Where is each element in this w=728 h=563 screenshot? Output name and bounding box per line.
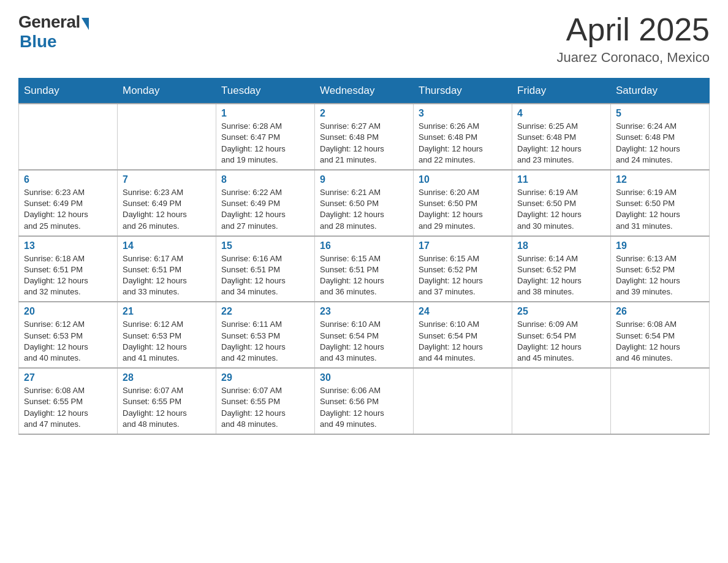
calendar-week-3: 13Sunrise: 6:18 AM Sunset: 6:51 PM Dayli… [19, 236, 710, 302]
day-number: 12 [616, 174, 704, 185]
day-number: 22 [221, 306, 309, 317]
day-number: 17 [419, 240, 507, 251]
day-number: 5 [616, 108, 704, 119]
calendar-cell: 29Sunrise: 6:07 AM Sunset: 6:55 PM Dayli… [216, 368, 315, 434]
logo-general-text: General [18, 12, 80, 32]
day-number: 3 [419, 108, 507, 119]
day-info: Sunrise: 6:07 AM Sunset: 6:55 PM Dayligh… [221, 385, 309, 430]
calendar-cell: 17Sunrise: 6:15 AM Sunset: 6:52 PM Dayli… [414, 236, 512, 302]
calendar-cell: 14Sunrise: 6:17 AM Sunset: 6:51 PM Dayli… [118, 236, 216, 302]
calendar-cell: 18Sunrise: 6:14 AM Sunset: 6:52 PM Dayli… [512, 236, 611, 302]
calendar-header-saturday: Saturday [611, 79, 710, 104]
day-number: 6 [24, 174, 112, 185]
day-number: 2 [320, 108, 408, 119]
calendar-cell: 4Sunrise: 6:25 AM Sunset: 6:48 PM Daylig… [512, 104, 611, 170]
day-number: 23 [320, 306, 408, 317]
day-number: 4 [517, 108, 605, 119]
day-number: 15 [221, 240, 309, 251]
calendar-week-4: 20Sunrise: 6:12 AM Sunset: 6:53 PM Dayli… [19, 302, 710, 368]
day-number: 27 [24, 372, 112, 383]
day-info: Sunrise: 6:28 AM Sunset: 6:47 PM Dayligh… [221, 121, 309, 166]
page-header: General Blue April 2025 Juarez Coronaco,… [18, 12, 710, 66]
calendar-cell: 23Sunrise: 6:10 AM Sunset: 6:54 PM Dayli… [315, 302, 414, 368]
day-number: 26 [616, 306, 704, 317]
day-info: Sunrise: 6:08 AM Sunset: 6:54 PM Dayligh… [616, 319, 704, 364]
day-info: Sunrise: 6:22 AM Sunset: 6:49 PM Dayligh… [221, 187, 309, 232]
day-info: Sunrise: 6:11 AM Sunset: 6:53 PM Dayligh… [221, 319, 309, 364]
day-number: 20 [24, 306, 112, 317]
day-info: Sunrise: 6:26 AM Sunset: 6:48 PM Dayligh… [419, 121, 507, 166]
day-info: Sunrise: 6:16 AM Sunset: 6:51 PM Dayligh… [221, 253, 309, 298]
day-info: Sunrise: 6:19 AM Sunset: 6:50 PM Dayligh… [517, 187, 605, 232]
day-info: Sunrise: 6:21 AM Sunset: 6:50 PM Dayligh… [320, 187, 408, 232]
day-info: Sunrise: 6:17 AM Sunset: 6:51 PM Dayligh… [123, 253, 211, 298]
day-number: 7 [123, 174, 211, 185]
calendar-cell: 12Sunrise: 6:19 AM Sunset: 6:50 PM Dayli… [611, 170, 710, 236]
calendar-cell [414, 368, 512, 434]
logo-arrow-icon [82, 18, 89, 30]
day-info: Sunrise: 6:14 AM Sunset: 6:52 PM Dayligh… [517, 253, 605, 298]
calendar-cell: 25Sunrise: 6:09 AM Sunset: 6:54 PM Dayli… [512, 302, 611, 368]
day-info: Sunrise: 6:24 AM Sunset: 6:48 PM Dayligh… [616, 121, 704, 166]
title-area: April 2025 Juarez Coronaco, Mexico [557, 12, 710, 66]
day-info: Sunrise: 6:18 AM Sunset: 6:51 PM Dayligh… [24, 253, 112, 298]
day-info: Sunrise: 6:15 AM Sunset: 6:51 PM Dayligh… [320, 253, 408, 298]
day-number: 10 [419, 174, 507, 185]
calendar-cell: 24Sunrise: 6:10 AM Sunset: 6:54 PM Dayli… [414, 302, 512, 368]
calendar-cell: 6Sunrise: 6:23 AM Sunset: 6:49 PM Daylig… [19, 170, 118, 236]
day-number: 24 [419, 306, 507, 317]
day-number: 14 [123, 240, 211, 251]
calendar-cell: 19Sunrise: 6:13 AM Sunset: 6:52 PM Dayli… [611, 236, 710, 302]
day-info: Sunrise: 6:06 AM Sunset: 6:56 PM Dayligh… [320, 385, 408, 430]
day-number: 29 [221, 372, 309, 383]
calendar-cell: 21Sunrise: 6:12 AM Sunset: 6:53 PM Dayli… [118, 302, 216, 368]
calendar-cell: 8Sunrise: 6:22 AM Sunset: 6:49 PM Daylig… [216, 170, 315, 236]
calendar-cell [118, 104, 216, 170]
calendar-cell: 16Sunrise: 6:15 AM Sunset: 6:51 PM Dayli… [315, 236, 414, 302]
calendar-cell: 28Sunrise: 6:07 AM Sunset: 6:55 PM Dayli… [118, 368, 216, 434]
calendar-header-friday: Friday [512, 79, 611, 104]
calendar-cell: 1Sunrise: 6:28 AM Sunset: 6:47 PM Daylig… [216, 104, 315, 170]
day-number: 13 [24, 240, 112, 251]
location-text: Juarez Coronaco, Mexico [557, 50, 710, 66]
day-number: 30 [320, 372, 408, 383]
calendar-table: SundayMondayTuesdayWednesdayThursdayFrid… [18, 78, 710, 435]
day-number: 9 [320, 174, 408, 185]
calendar-cell: 3Sunrise: 6:26 AM Sunset: 6:48 PM Daylig… [414, 104, 512, 170]
day-info: Sunrise: 6:23 AM Sunset: 6:49 PM Dayligh… [123, 187, 211, 232]
calendar-header-thursday: Thursday [414, 79, 512, 104]
day-info: Sunrise: 6:10 AM Sunset: 6:54 PM Dayligh… [419, 319, 507, 364]
day-number: 21 [123, 306, 211, 317]
calendar-cell: 11Sunrise: 6:19 AM Sunset: 6:50 PM Dayli… [512, 170, 611, 236]
day-info: Sunrise: 6:13 AM Sunset: 6:52 PM Dayligh… [616, 253, 704, 298]
calendar-week-2: 6Sunrise: 6:23 AM Sunset: 6:49 PM Daylig… [19, 170, 710, 236]
month-title: April 2025 [557, 12, 710, 47]
day-number: 11 [517, 174, 605, 185]
calendar-cell: 7Sunrise: 6:23 AM Sunset: 6:49 PM Daylig… [118, 170, 216, 236]
calendar-cell [512, 368, 611, 434]
day-number: 19 [616, 240, 704, 251]
calendar-cell: 20Sunrise: 6:12 AM Sunset: 6:53 PM Dayli… [19, 302, 118, 368]
day-info: Sunrise: 6:19 AM Sunset: 6:50 PM Dayligh… [616, 187, 704, 232]
calendar-header-monday: Monday [118, 79, 216, 104]
day-info: Sunrise: 6:12 AM Sunset: 6:53 PM Dayligh… [24, 319, 112, 364]
calendar-cell: 15Sunrise: 6:16 AM Sunset: 6:51 PM Dayli… [216, 236, 315, 302]
day-info: Sunrise: 6:20 AM Sunset: 6:50 PM Dayligh… [419, 187, 507, 232]
calendar-cell: 22Sunrise: 6:11 AM Sunset: 6:53 PM Dayli… [216, 302, 315, 368]
logo-blue-text: Blue [20, 32, 57, 52]
logo: General Blue [18, 12, 89, 52]
calendar-week-5: 27Sunrise: 6:08 AM Sunset: 6:55 PM Dayli… [19, 368, 710, 434]
day-number: 8 [221, 174, 309, 185]
calendar-cell: 26Sunrise: 6:08 AM Sunset: 6:54 PM Dayli… [611, 302, 710, 368]
day-info: Sunrise: 6:27 AM Sunset: 6:48 PM Dayligh… [320, 121, 408, 166]
day-info: Sunrise: 6:07 AM Sunset: 6:55 PM Dayligh… [123, 385, 211, 430]
calendar-header-row: SundayMondayTuesdayWednesdayThursdayFrid… [19, 79, 710, 104]
day-info: Sunrise: 6:12 AM Sunset: 6:53 PM Dayligh… [123, 319, 211, 364]
day-info: Sunrise: 6:15 AM Sunset: 6:52 PM Dayligh… [419, 253, 507, 298]
calendar-cell: 5Sunrise: 6:24 AM Sunset: 6:48 PM Daylig… [611, 104, 710, 170]
calendar-header-tuesday: Tuesday [216, 79, 315, 104]
day-info: Sunrise: 6:09 AM Sunset: 6:54 PM Dayligh… [517, 319, 605, 364]
calendar-cell: 2Sunrise: 6:27 AM Sunset: 6:48 PM Daylig… [315, 104, 414, 170]
day-number: 25 [517, 306, 605, 317]
calendar-cell: 13Sunrise: 6:18 AM Sunset: 6:51 PM Dayli… [19, 236, 118, 302]
